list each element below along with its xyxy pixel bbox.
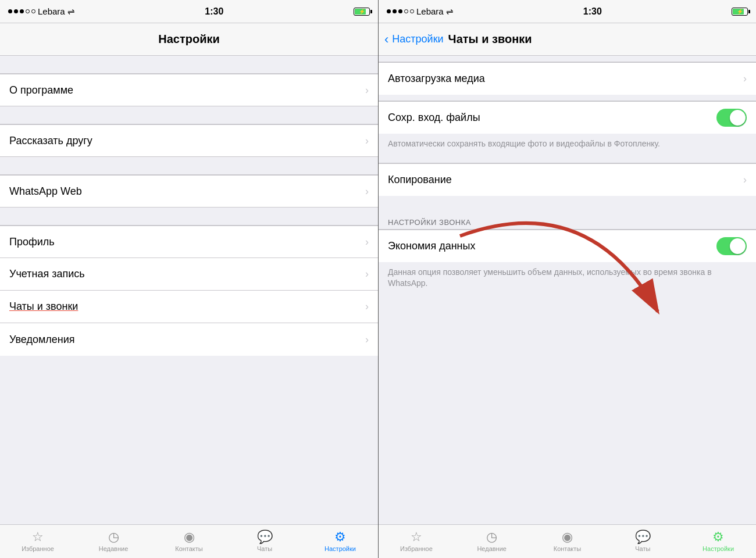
item-media[interactable]: Автозагрузка медиа › — [379, 62, 756, 95]
dot4r — [404, 9, 408, 13]
tab-recent-right[interactable]: ◷ Недавние — [454, 525, 530, 558]
tab-settings-icon-left: ⚙ — [334, 531, 346, 543]
gap-r1 — [379, 56, 756, 62]
section-web: WhatsApp Web › — [0, 174, 378, 208]
item-notifications[interactable]: Уведомления › — [0, 323, 378, 356]
tab-favorites-right[interactable]: ☆ Избранное — [379, 525, 454, 558]
section-main: Профиль › Учетная запись › Чаты и звонки… — [0, 225, 378, 356]
tab-chats-label-left: Чаты — [257, 545, 272, 552]
battery-bolt-right: ⚡ — [737, 9, 743, 15]
tab-recent-left[interactable]: ◷ Недавние — [76, 525, 151, 558]
tab-favorites-label-right: Избранное — [400, 545, 433, 552]
settings-list-right: Автозагрузка медиа › Сохр. вход. файлы А… — [379, 56, 756, 524]
section-media: Автозагрузка медиа › — [379, 62, 756, 95]
back-label[interactable]: Настройки — [392, 33, 443, 45]
tab-settings-label-left: Настройки — [324, 545, 356, 552]
tab-chats-right[interactable]: 💬 Чаты — [605, 525, 680, 558]
gap3 — [0, 157, 378, 174]
item-web[interactable]: WhatsApp Web › — [0, 175, 378, 208]
tab-favorites-left[interactable]: ☆ Избранное — [0, 525, 76, 558]
item-notifications-label: Уведомления — [9, 334, 75, 346]
tab-recent-icon-right: ◷ — [486, 531, 497, 543]
tab-contacts-right[interactable]: ◉ Контакты — [530, 525, 605, 558]
item-share-label: Рассказать другу — [9, 135, 92, 147]
tab-chats-left[interactable]: 💬 Чаты — [227, 525, 302, 558]
tab-contacts-icon-left: ◉ — [184, 531, 195, 543]
dot1 — [8, 9, 12, 13]
gap2 — [0, 106, 378, 124]
tab-recent-icon-left: ◷ — [108, 531, 119, 543]
chevron-about: › — [365, 84, 369, 96]
chevron-notifications: › — [365, 334, 369, 346]
item-profile-label: Профиль — [9, 236, 55, 248]
tab-settings-label-right: Настройки — [702, 545, 734, 552]
status-bar-left: Lebara ⇌ 1:30 ⚡ — [0, 0, 378, 23]
item-chats-label: Чаты и звонки — [9, 301, 78, 313]
section-header-call: НАСТРОЙКИ ЗВОНКА — [379, 213, 756, 229]
item-copy[interactable]: Копирование › — [379, 163, 756, 196]
tab-chats-icon-left: 💬 — [257, 531, 273, 543]
gap4 — [0, 208, 378, 225]
chevron-media: › — [743, 73, 747, 85]
item-profile[interactable]: Профиль › — [0, 226, 378, 258]
carrier-left: Lebara — [38, 6, 65, 16]
item-account[interactable]: Учетная запись › — [0, 258, 378, 291]
tab-settings-left[interactable]: ⚙ Настройки — [302, 525, 378, 558]
dot1r — [387, 9, 391, 13]
item-web-label: WhatsApp Web — [9, 185, 82, 198]
carrier-right: Lebara — [416, 6, 444, 16]
item-data-saving-label: Экономия данных — [388, 240, 476, 252]
tab-settings-right[interactable]: ⚙ Настройки — [680, 525, 756, 558]
gap-r2 — [379, 95, 756, 101]
item-share[interactable]: Рассказать другу › — [0, 124, 378, 157]
item-data-saving[interactable]: Экономия данных — [379, 230, 756, 262]
item-save[interactable]: Сохр. вход. файлы — [379, 101, 756, 134]
toggle-data[interactable] — [716, 237, 747, 255]
gap-r4 — [379, 196, 756, 213]
nav-title-left: Настройки — [158, 33, 220, 46]
wifi-icon-left: ⇌ — [67, 6, 75, 17]
battery-left: ⚡ — [354, 8, 370, 16]
dot3 — [20, 9, 24, 13]
info-data: Данная опция позволяет уменьшить объем д… — [379, 262, 756, 296]
item-about[interactable]: О программе › — [0, 74, 378, 106]
tab-favorites-icon-left: ☆ — [32, 531, 44, 543]
battery-bolt-left: ⚡ — [359, 9, 365, 15]
left-panel: Lebara ⇌ 1:30 ⚡ Настройки О программе › — [0, 0, 378, 558]
section-share: Рассказать другу › — [0, 124, 378, 157]
chevron-copy: › — [743, 174, 747, 186]
back-chevron-icon: ‹ — [384, 33, 388, 46]
chevron-account: › — [365, 268, 369, 280]
tab-contacts-left[interactable]: ◉ Контакты — [151, 525, 227, 558]
settings-list-left: О программе › Рассказать другу › WhatsAp… — [0, 56, 378, 524]
signal-dots — [8, 9, 35, 13]
toggle-save[interactable] — [716, 109, 747, 127]
item-about-label: О программе — [9, 84, 73, 96]
nav-bar-left: Настройки — [0, 23, 378, 56]
dot2r — [393, 9, 397, 13]
tab-recent-label-right: Недавние — [477, 545, 507, 552]
gap-r3 — [379, 157, 756, 163]
dot5 — [31, 9, 35, 13]
nav-title-right: Чаты и звонки — [448, 33, 532, 46]
tab-contacts-icon-right: ◉ — [562, 531, 573, 543]
time-left: 1:30 — [205, 6, 223, 17]
section-call: Экономия данных — [379, 229, 756, 262]
status-right-left: ⚡ — [354, 8, 370, 16]
gap1 — [0, 56, 378, 73]
item-copy-label: Копирование — [388, 174, 452, 186]
tab-chats-icon-right: 💬 — [635, 531, 651, 543]
chevron-web: › — [365, 185, 369, 198]
chevron-share: › — [365, 135, 369, 147]
dot3r — [398, 9, 402, 13]
dot2 — [14, 9, 18, 13]
wifi-icon-right: ⇌ — [446, 6, 454, 17]
dot4 — [26, 9, 30, 13]
nav-bar-right: ‹ Настройки Чаты и звонки — [379, 23, 756, 56]
section-save: Сохр. вход. файлы — [379, 101, 756, 134]
item-chats[interactable]: Чаты и звонки › — [0, 291, 378, 323]
tab-bar-left: ☆ Избранное ◷ Недавние ◉ Контакты 💬 Чаты… — [0, 524, 378, 558]
tab-contacts-label-right: Контакты — [554, 545, 582, 552]
battery-right: ⚡ — [732, 8, 748, 16]
item-account-label: Учетная запись — [9, 268, 85, 280]
